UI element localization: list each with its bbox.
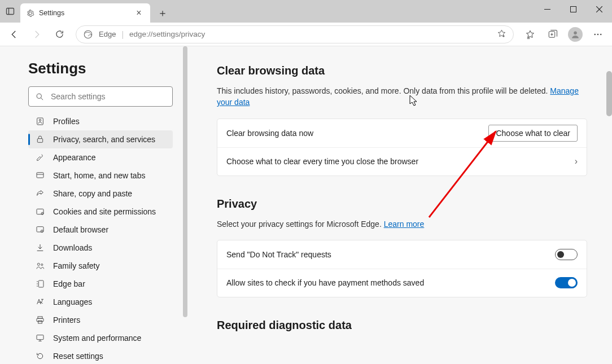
lock-icon (35, 134, 45, 144)
sidebar-item-label: Downloads (53, 243, 92, 252)
svg-rect-0 (7, 8, 14, 15)
sidebar-item-start-home-and-new-tabs[interactable]: Start, home, and new tabs (28, 166, 173, 185)
sidebar-item-cookies-and-site-permissions[interactable]: Cookies and site permissions (28, 203, 173, 221)
sidebar-item-reset-settings[interactable]: Reset settings (28, 347, 173, 364)
sidebar-item-appearance[interactable]: Appearance (28, 148, 173, 166)
sidebar-item-label: Languages (53, 297, 92, 306)
settings-nav-list: ProfilesPrivacy, search, and servicesApp… (28, 112, 173, 364)
clear-on-close-label: Choose what to clear every time you clos… (226, 157, 418, 166)
back-button[interactable] (3, 24, 25, 45)
sidebar-item-label: Cookies and site permissions (53, 207, 156, 216)
settings-main-panel: Clear browsing data This includes histor… (187, 46, 612, 364)
choose-what-to-clear-button[interactable]: Choose what to clear (488, 125, 578, 142)
favorite-star-button[interactable] (497, 29, 506, 40)
search-icon (36, 93, 44, 101)
svg-point-14 (597, 33, 598, 34)
printer-icon (35, 315, 45, 325)
svg-rect-34 (37, 318, 43, 321)
tab-title: Settings (39, 9, 64, 17)
sidebar-item-label: Privacy, search, and services (53, 135, 155, 144)
sidebar-item-label: Share, copy and paste (53, 189, 132, 198)
addr-identity-label: Edge (99, 30, 116, 38)
forward-button[interactable] (26, 24, 47, 45)
svg-point-15 (600, 33, 601, 34)
sidebar-item-profiles[interactable]: Profiles (28, 112, 173, 130)
payment-check-row: Allow sites to check if you have payment… (217, 269, 587, 297)
sidebar-item-printers[interactable]: Printers (28, 311, 173, 329)
svg-rect-3 (570, 6, 576, 12)
privacy-learn-more-link[interactable]: Learn more (384, 220, 425, 229)
sidebar-item-default-browser[interactable]: Default browser (28, 221, 173, 239)
sidebar-item-downloads[interactable]: Downloads (28, 239, 173, 257)
browser-tab-settings[interactable]: Settings × (20, 3, 150, 23)
svg-line-17 (41, 98, 43, 100)
sidebar-item-edge-bar[interactable]: Edge bar (28, 275, 173, 293)
sidebar-item-system-and-performance[interactable]: System and performance (28, 329, 173, 347)
sidebar-item-share-copy-and-paste[interactable]: Share, copy and paste (28, 185, 173, 203)
svg-rect-33 (38, 317, 42, 318)
sidebar-item-privacy-search-and-services[interactable]: Privacy, search, and services (28, 130, 173, 148)
sidebar-item-languages[interactable]: Languages (28, 293, 173, 311)
privacy-card: Send "Do Not Track" requests Allow sites… (217, 240, 587, 297)
svg-rect-20 (37, 139, 42, 143)
person-icon (35, 116, 45, 126)
svg-point-28 (41, 264, 43, 265)
payment-check-label: Allow sites to check if you have payment… (226, 278, 424, 287)
sidebar-item-family-safety[interactable]: Family safety (28, 257, 173, 275)
sidebar-scrollbar[interactable] (183, 46, 187, 317)
payment-check-toggle[interactable] (555, 277, 578, 288)
share-icon (35, 188, 45, 199)
browser-icon (35, 225, 45, 235)
clear-now-row: Clear browsing data now Choose what to c… (217, 119, 587, 147)
browser-toolbar: Edge | edge://settings/privacy (0, 23, 612, 46)
collections-button[interactable] (542, 24, 563, 45)
sidebar-item-label: Reset settings (53, 352, 103, 361)
sidebar-item-label: Appearance (53, 153, 96, 162)
svg-rect-36 (37, 335, 43, 340)
settings-search-box[interactable] (28, 86, 173, 107)
page-scrollbar-thumb[interactable] (606, 71, 612, 116)
avatar-icon (571, 30, 580, 39)
privacy-desc-text: Select your privacy settings for Microso… (217, 220, 384, 229)
tab-strip: Settings × ＋ (0, 0, 172, 23)
download-icon (35, 243, 45, 253)
settings-search-input[interactable] (51, 92, 165, 101)
page-content: Settings ProfilesPrivacy, search, and se… (0, 46, 612, 364)
svg-point-6 (84, 30, 92, 38)
more-menu-button[interactable] (587, 24, 609, 45)
cookie-icon (35, 207, 45, 217)
panel-icon (6, 7, 15, 16)
addr-separator: | (121, 30, 124, 39)
svg-rect-25 (37, 227, 43, 232)
sidebar-item-label: Printers (53, 315, 80, 324)
clear-on-close-row[interactable]: Choose what to clear every time you clos… (217, 147, 587, 176)
svg-rect-21 (37, 173, 43, 178)
language-icon (35, 297, 45, 307)
profile-button[interactable] (565, 24, 586, 45)
settings-sidebar: Settings ProfilesPrivacy, search, and se… (0, 46, 187, 364)
minimize-button[interactable] (534, 0, 560, 18)
dnt-row: Send "Do Not Track" requests (217, 240, 587, 269)
diagnostic-title: Required diagnostic data (217, 319, 587, 332)
edge-logo-icon (83, 29, 93, 40)
sidebar-item-label: Family safety (53, 261, 99, 270)
favorites-button[interactable] (519, 24, 541, 45)
tab-close-button[interactable]: × (133, 8, 145, 18)
reload-button[interactable] (49, 24, 70, 45)
chevron-right-icon: › (575, 156, 578, 166)
close-window-button[interactable] (586, 0, 612, 18)
address-bar[interactable]: Edge | edge://settings/privacy (76, 25, 514, 43)
gear-icon (26, 9, 34, 17)
privacy-title: Privacy (217, 198, 587, 210)
window-controls (534, 0, 612, 18)
svg-rect-29 (38, 280, 43, 287)
new-tab-button[interactable]: ＋ (154, 4, 172, 22)
maximize-button[interactable] (560, 0, 586, 18)
tab-actions-button[interactable] (0, 0, 20, 23)
settings-heading: Settings (28, 60, 180, 77)
dnt-toggle[interactable] (555, 249, 578, 260)
page-scrollbar-track[interactable] (604, 46, 612, 364)
dnt-label: Send "Do Not Track" requests (226, 250, 331, 259)
sidebar-item-label: System and performance (53, 334, 141, 343)
sidebar-item-label: Profiles (53, 117, 80, 126)
